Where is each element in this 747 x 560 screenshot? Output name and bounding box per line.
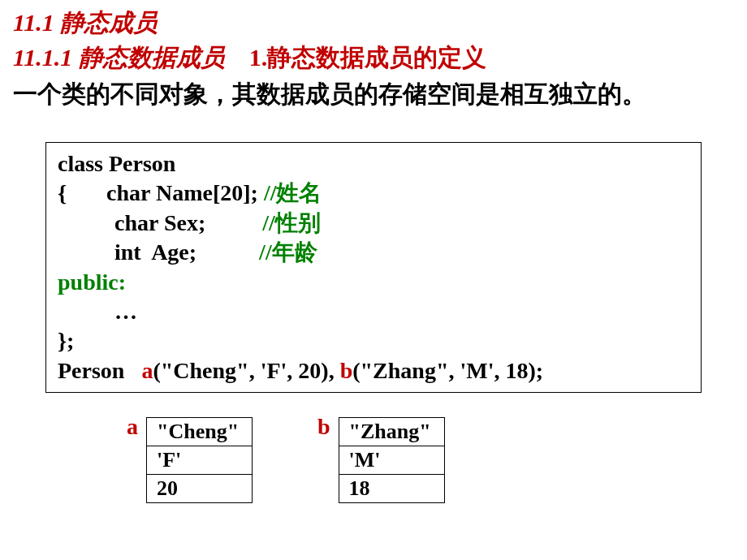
object-b-age: 18 [339, 475, 444, 503]
code-text: int Age; [58, 239, 259, 265]
object-a-sex: 'F' [147, 446, 253, 475]
code-comment: //年龄 [259, 239, 317, 265]
object-b-label: b [317, 414, 330, 440]
code-line-3: char Sex; //性别 [58, 209, 689, 238]
object-a-name: "Cheng" [147, 418, 253, 446]
code-var-a: a [141, 358, 153, 383]
object-b-name: "Zhang" [339, 418, 444, 446]
code-line-8: Person a("Cheng", 'F', 20), b("Zhang", '… [58, 356, 689, 386]
object-b-table: "Zhang" 'M' 18 [339, 417, 445, 503]
code-comment: //姓名 [264, 180, 322, 205]
code-comment: //性别 [262, 210, 321, 235]
object-a-block: a "Cheng" 'F' 20 [127, 417, 253, 503]
object-a-table: "Cheng" 'F' 20 [146, 417, 253, 503]
code-line-7: }; [58, 326, 689, 355]
objects-row: a "Cheng" 'F' 20 b "Zhang" 'M' 18 [127, 417, 734, 503]
code-text: ("Cheng", 'F', 20), [153, 358, 339, 383]
code-var-b: b [340, 358, 353, 383]
code-text: Person [58, 358, 141, 383]
section-heading-2: 11.1.1 静态数据成员 [13, 41, 225, 75]
object-a-label: a [127, 414, 138, 440]
code-line-2: { char Name[20]; //姓名 [58, 179, 689, 208]
code-text: char Sex; [58, 210, 262, 235]
code-text: ("Zhang", 'M', 18); [352, 358, 543, 383]
code-block: class Person { char Name[20]; //姓名 char … [45, 142, 702, 393]
section-heading-3: 1.静态数据成员的定义 [249, 41, 487, 75]
section-heading-1: 11.1 静态成员 [13, 6, 734, 40]
object-b-sex: 'M' [339, 446, 444, 475]
object-b-block: b "Zhang" 'M' 18 [317, 417, 445, 503]
code-line-6: … [58, 297, 689, 326]
body-paragraph: 一个类的不同对象，其数据成员的存储空间是相互独立的。 [13, 78, 734, 110]
code-line-1: class Person [58, 149, 689, 179]
code-line-5: public: [58, 268, 689, 297]
code-text: { char Name[20]; [58, 180, 264, 205]
code-line-4: int Age; //年龄 [58, 238, 689, 267]
object-a-age: 20 [147, 475, 253, 503]
subheading-row: 11.1.1 静态数据成员 1.静态数据成员的定义 [13, 41, 734, 75]
